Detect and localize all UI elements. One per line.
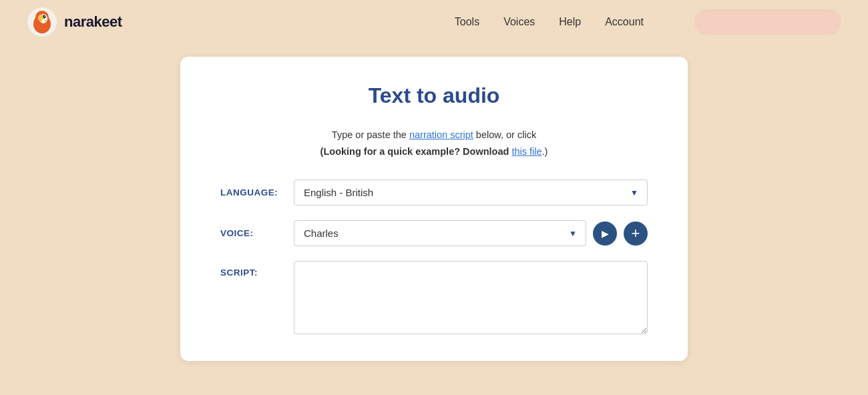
script-textarea[interactable] bbox=[294, 261, 648, 334]
language-select-wrapper: English - British ▼ bbox=[294, 179, 648, 206]
voice-label: VOICE: bbox=[220, 228, 294, 238]
logo-text: narakeet bbox=[64, 13, 122, 31]
logo-container: narakeet bbox=[27, 7, 122, 37]
voice-select[interactable]: Charles bbox=[294, 220, 586, 246]
nav-cta-button[interactable] bbox=[694, 9, 841, 35]
main-container: Text to audio Type or paste the narratio… bbox=[0, 43, 868, 388]
desc-before-link: Type or paste the bbox=[332, 129, 409, 140]
voice-select-wrapper: Charles ▼ bbox=[294, 220, 586, 246]
desc-period: .) bbox=[542, 146, 548, 157]
language-select[interactable]: English - British bbox=[294, 179, 648, 206]
plus-icon: + bbox=[632, 226, 640, 241]
language-label: LANGUAGE: bbox=[220, 187, 294, 198]
logo-icon bbox=[27, 7, 57, 37]
nav-tools[interactable]: Tools bbox=[455, 16, 479, 28]
script-label: SCRIPT: bbox=[220, 261, 294, 278]
language-row: LANGUAGE: English - British ▼ bbox=[220, 179, 648, 206]
script-row: SCRIPT: bbox=[220, 261, 648, 334]
page-title: Text to audio bbox=[220, 83, 648, 108]
narration-script-link[interactable]: narration script bbox=[409, 129, 473, 140]
description-text: Type or paste the narration script below… bbox=[220, 127, 648, 159]
this-file-link[interactable]: this file bbox=[511, 146, 541, 157]
voice-controls: Charles ▼ ▶ + bbox=[294, 220, 648, 246]
nav-account[interactable]: Account bbox=[605, 16, 644, 28]
nav-voices[interactable]: Voices bbox=[503, 16, 535, 28]
nav-links: Tools Voices Help Account bbox=[455, 9, 841, 35]
add-voice-button[interactable]: + bbox=[624, 222, 648, 246]
navbar: narakeet Tools Voices Help Account bbox=[0, 0, 868, 43]
svg-point-5 bbox=[44, 15, 45, 17]
play-icon: ▶ bbox=[602, 228, 609, 239]
svg-point-6 bbox=[38, 15, 43, 21]
content-card: Text to audio Type or paste the narratio… bbox=[180, 57, 688, 361]
nav-help[interactable]: Help bbox=[559, 16, 581, 28]
desc-after-link: below, or click bbox=[473, 129, 536, 140]
voice-row: VOICE: Charles ▼ ▶ + bbox=[220, 220, 648, 246]
play-voice-button[interactable]: ▶ bbox=[593, 222, 617, 246]
desc-looking-for: (Looking for a quick example? Download bbox=[320, 146, 512, 157]
